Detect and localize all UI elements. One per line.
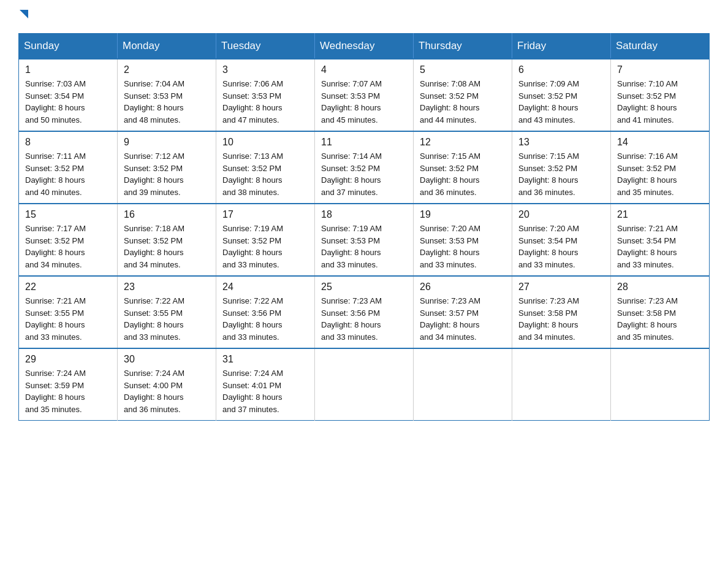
column-header-tuesday: Tuesday	[216, 34, 315, 59]
calendar-cell	[414, 348, 512, 421]
day-info: Sunrise: 7:15 AMSunset: 3:52 PMDaylight:…	[420, 150, 506, 198]
day-number: 26	[420, 282, 506, 293]
day-info: Sunrise: 7:23 AMSunset: 3:56 PMDaylight:…	[321, 295, 407, 343]
day-info: Sunrise: 7:06 AMSunset: 3:53 PMDaylight:…	[222, 78, 308, 126]
day-info: Sunrise: 7:13 AMSunset: 3:52 PMDaylight:…	[222, 150, 308, 198]
day-info: Sunrise: 7:12 AMSunset: 3:52 PMDaylight:…	[124, 150, 210, 198]
calendar-cell: 16Sunrise: 7:18 AMSunset: 3:52 PMDayligh…	[118, 204, 216, 276]
day-number: 20	[518, 209, 604, 220]
calendar-cell: 1Sunrise: 7:03 AMSunset: 3:54 PMDaylight…	[19, 59, 118, 131]
day-number: 29	[25, 354, 111, 365]
day-number: 4	[321, 64, 407, 75]
day-info: Sunrise: 7:20 AMSunset: 3:53 PMDaylight:…	[420, 223, 506, 270]
day-number: 22	[25, 282, 111, 293]
calendar-cell: 3Sunrise: 7:06 AMSunset: 3:53 PMDaylight…	[216, 59, 315, 131]
day-info: Sunrise: 7:24 AMSunset: 3:59 PMDaylight:…	[25, 367, 111, 415]
calendar-cell: 15Sunrise: 7:17 AMSunset: 3:52 PMDayligh…	[19, 204, 118, 276]
logo-arrow-icon	[20, 10, 28, 18]
calendar-week-row: 22Sunrise: 7:21 AMSunset: 3:55 PMDayligh…	[19, 276, 710, 348]
day-info: Sunrise: 7:24 AMSunset: 4:00 PMDaylight:…	[124, 367, 210, 415]
calendar-cell: 7Sunrise: 7:10 AMSunset: 3:52 PMDaylight…	[611, 59, 710, 131]
day-info: Sunrise: 7:23 AMSunset: 3:57 PMDaylight:…	[420, 295, 506, 343]
calendar-table: SundayMondayTuesdayWednesdayThursdayFrid…	[18, 33, 710, 421]
calendar-cell: 2Sunrise: 7:04 AMSunset: 3:53 PMDaylight…	[118, 59, 216, 131]
day-number: 15	[25, 209, 111, 220]
day-info: Sunrise: 7:03 AMSunset: 3:54 PMDaylight:…	[25, 78, 111, 126]
day-number: 23	[124, 282, 210, 293]
day-info: Sunrise: 7:19 AMSunset: 3:52 PMDaylight:…	[222, 223, 308, 270]
column-header-friday: Friday	[512, 34, 611, 59]
day-info: Sunrise: 7:22 AMSunset: 3:55 PMDaylight:…	[124, 295, 210, 343]
column-header-monday: Monday	[118, 34, 216, 59]
column-header-thursday: Thursday	[414, 34, 512, 59]
day-info: Sunrise: 7:23 AMSunset: 3:58 PMDaylight:…	[617, 295, 703, 343]
day-info: Sunrise: 7:04 AMSunset: 3:53 PMDaylight:…	[124, 78, 210, 126]
day-number: 10	[222, 137, 308, 148]
day-number: 5	[420, 64, 506, 75]
column-header-sunday: Sunday	[19, 34, 118, 59]
calendar-cell: 24Sunrise: 7:22 AMSunset: 3:56 PMDayligh…	[216, 276, 315, 348]
calendar-cell: 14Sunrise: 7:16 AMSunset: 3:52 PMDayligh…	[611, 131, 710, 204]
day-info: Sunrise: 7:10 AMSunset: 3:52 PMDaylight:…	[617, 78, 703, 126]
day-number: 16	[124, 209, 210, 220]
calendar-cell: 28Sunrise: 7:23 AMSunset: 3:58 PMDayligh…	[611, 276, 710, 348]
day-info: Sunrise: 7:18 AMSunset: 3:52 PMDaylight:…	[124, 223, 210, 270]
day-number: 14	[617, 137, 703, 148]
day-info: Sunrise: 7:19 AMSunset: 3:53 PMDaylight:…	[321, 223, 407, 270]
calendar-cell: 21Sunrise: 7:21 AMSunset: 3:54 PMDayligh…	[611, 204, 710, 276]
calendar-cell: 23Sunrise: 7:22 AMSunset: 3:55 PMDayligh…	[118, 276, 216, 348]
day-number: 13	[518, 137, 604, 148]
day-info: Sunrise: 7:09 AMSunset: 3:52 PMDaylight:…	[518, 78, 604, 126]
calendar-cell: 13Sunrise: 7:15 AMSunset: 3:52 PMDayligh…	[512, 131, 611, 204]
calendar-cell: 29Sunrise: 7:24 AMSunset: 3:59 PMDayligh…	[19, 348, 118, 421]
column-header-wednesday: Wednesday	[315, 34, 414, 59]
calendar-week-row: 1Sunrise: 7:03 AMSunset: 3:54 PMDaylight…	[19, 59, 710, 131]
calendar-cell: 27Sunrise: 7:23 AMSunset: 3:58 PMDayligh…	[512, 276, 611, 348]
day-number: 24	[222, 282, 308, 293]
day-number: 9	[124, 137, 210, 148]
day-number: 28	[617, 282, 703, 293]
calendar-cell: 20Sunrise: 7:20 AMSunset: 3:54 PMDayligh…	[512, 204, 611, 276]
day-number: 2	[124, 64, 210, 75]
day-info: Sunrise: 7:23 AMSunset: 3:58 PMDaylight:…	[518, 295, 604, 343]
day-number: 3	[222, 64, 308, 75]
day-info: Sunrise: 7:24 AMSunset: 4:01 PMDaylight:…	[222, 367, 308, 415]
column-header-saturday: Saturday	[611, 34, 710, 59]
day-info: Sunrise: 7:20 AMSunset: 3:54 PMDaylight:…	[518, 223, 604, 270]
day-info: Sunrise: 7:21 AMSunset: 3:54 PMDaylight:…	[617, 223, 703, 270]
day-number: 17	[222, 209, 308, 220]
calendar-week-row: 15Sunrise: 7:17 AMSunset: 3:52 PMDayligh…	[19, 204, 710, 276]
day-number: 11	[321, 137, 407, 148]
day-number: 7	[617, 64, 703, 75]
day-info: Sunrise: 7:21 AMSunset: 3:55 PMDaylight:…	[25, 295, 111, 343]
calendar-cell: 18Sunrise: 7:19 AMSunset: 3:53 PMDayligh…	[315, 204, 414, 276]
day-number: 25	[321, 282, 407, 293]
day-info: Sunrise: 7:11 AMSunset: 3:52 PMDaylight:…	[25, 150, 111, 198]
calendar-cell: 19Sunrise: 7:20 AMSunset: 3:53 PMDayligh…	[414, 204, 512, 276]
day-number: 21	[617, 209, 703, 220]
calendar-cell: 26Sunrise: 7:23 AMSunset: 3:57 PMDayligh…	[414, 276, 512, 348]
day-number: 27	[518, 282, 604, 293]
calendar-cell: 11Sunrise: 7:14 AMSunset: 3:52 PMDayligh…	[315, 131, 414, 204]
day-number: 19	[420, 209, 506, 220]
calendar-cell: 12Sunrise: 7:15 AMSunset: 3:52 PMDayligh…	[414, 131, 512, 204]
day-info: Sunrise: 7:17 AMSunset: 3:52 PMDaylight:…	[25, 223, 111, 270]
page-header	[18, 12, 710, 21]
day-number: 8	[25, 137, 111, 148]
calendar-cell: 25Sunrise: 7:23 AMSunset: 3:56 PMDayligh…	[315, 276, 414, 348]
calendar-cell: 5Sunrise: 7:08 AMSunset: 3:52 PMDaylight…	[414, 59, 512, 131]
day-number: 12	[420, 137, 506, 148]
day-number: 18	[321, 209, 407, 220]
calendar-header-row: SundayMondayTuesdayWednesdayThursdayFrid…	[19, 34, 710, 59]
day-number: 6	[518, 64, 604, 75]
day-info: Sunrise: 7:15 AMSunset: 3:52 PMDaylight:…	[518, 150, 604, 198]
calendar-cell	[315, 348, 414, 421]
day-info: Sunrise: 7:08 AMSunset: 3:52 PMDaylight:…	[420, 78, 506, 126]
day-number: 1	[25, 64, 111, 75]
day-info: Sunrise: 7:22 AMSunset: 3:56 PMDaylight:…	[222, 295, 308, 343]
logo	[18, 12, 28, 21]
calendar-cell: 31Sunrise: 7:24 AMSunset: 4:01 PMDayligh…	[216, 348, 315, 421]
calendar-cell: 4Sunrise: 7:07 AMSunset: 3:53 PMDaylight…	[315, 59, 414, 131]
calendar-cell	[611, 348, 710, 421]
day-number: 30	[124, 354, 210, 365]
